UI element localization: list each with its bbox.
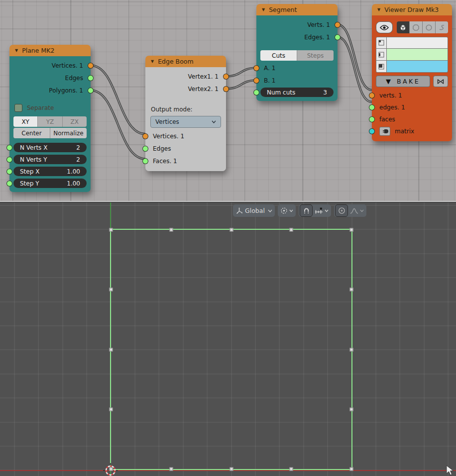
chevron-down-icon (212, 120, 216, 123)
separate-checkbox[interactable] (14, 104, 22, 112)
input-socket[interactable] (253, 90, 259, 95)
node-header[interactable]: ▼ Viewer Draw Mk3 (372, 4, 452, 15)
separate-label: Separate (27, 104, 54, 111)
input-socket[interactable] (142, 158, 148, 164)
magnet-icon (303, 207, 310, 214)
vertex-color-field[interactable] (387, 37, 448, 49)
node-title: Edge Boom (158, 58, 193, 65)
center-button[interactable]: Center (13, 128, 50, 138)
vertex-mode-button[interactable] (376, 37, 387, 49)
vertex-dot (110, 228, 113, 232)
output-socket[interactable] (223, 86, 229, 92)
output-socket[interactable] (88, 63, 94, 69)
nverts-y-row: N Verts Y 2 (13, 155, 87, 164)
edge-mode-button[interactable] (376, 49, 387, 61)
collapse-triangle-icon[interactable]: ▼ (151, 60, 154, 64)
snap-toggle[interactable] (300, 204, 313, 217)
slider-label: Step Y (20, 180, 39, 187)
input-b: B. 1 (256, 74, 338, 87)
tab-cuts[interactable]: Cuts (260, 50, 297, 61)
socket-label: matrix (395, 128, 414, 135)
slider-label: N Verts X (20, 144, 47, 151)
node-segment[interactable]: ▼ Segment Verts. 1 Edges. 1 Cuts Steps (256, 4, 338, 101)
blender-window: ▼ Plane MK2 Vertices. 1 Edges Polygons. … (0, 0, 456, 476)
node-viewer-draw-mk3[interactable]: ▼ Viewer Draw Mk3 (372, 4, 452, 141)
output-socket[interactable] (88, 75, 94, 81)
output-polygons: Polygons. 1 (9, 84, 91, 96)
circle-display-button[interactable] (423, 21, 435, 33)
step-y-row: Step Y 1.00 (13, 179, 87, 188)
bake-button[interactable]: ▼ BAKE (376, 76, 430, 87)
input-socket[interactable] (6, 169, 12, 175)
input-socket[interactable] (6, 157, 12, 163)
input-socket[interactable] (6, 145, 12, 151)
display-mode-group (397, 21, 448, 33)
bake-label: BAKE (397, 78, 420, 85)
collapse-triangle-icon[interactable]: ▼ (377, 8, 380, 12)
curve-icon (438, 24, 446, 31)
cube-icon (399, 24, 407, 31)
face-color-field[interactable] (387, 61, 448, 73)
proportional-falloff-dropdown[interactable] (348, 207, 365, 214)
nverts-y-slider[interactable]: N Verts Y 2 (13, 155, 87, 164)
edge-color-field[interactable] (387, 49, 448, 61)
node-body: Verts. 1 Edges. 1 Cuts Steps A. 1 (256, 15, 338, 101)
output-mode-dropdown[interactable]: Vertices (150, 116, 221, 128)
visibility-toggle[interactable] (376, 21, 393, 33)
ngon-display-button[interactable] (410, 21, 422, 33)
step-x-slider[interactable]: Step X 1.00 (13, 167, 87, 176)
orientation-axes-icon (235, 207, 243, 214)
proportional-edit-toggle[interactable] (335, 204, 348, 217)
matrix-plug-button[interactable] (379, 127, 390, 136)
wire-segment-edges-to-viewer (338, 37, 372, 102)
plug-icon (382, 128, 388, 134)
tab-steps[interactable]: Steps (297, 50, 334, 61)
vertex-dot (350, 468, 353, 471)
axis-tab-group: XY YZ ZX (13, 116, 87, 127)
tab-zx[interactable]: ZX (63, 116, 87, 127)
input-socket[interactable] (369, 128, 375, 134)
viewport-3d[interactable]: Global (0, 202, 456, 476)
node-plane-mk2[interactable]: ▼ Plane MK2 Vertices. 1 Edges Polygons. … (9, 45, 91, 192)
input-socket[interactable] (142, 146, 148, 152)
collapse-triangle-icon[interactable]: ▼ (262, 8, 265, 12)
collapse-triangle-icon[interactable]: ▼ (15, 49, 18, 53)
orientation-dropdown[interactable]: Global (233, 204, 275, 217)
curve-display-button[interactable] (436, 21, 448, 33)
vertex-dot (350, 348, 353, 351)
dropdown-value: Vertices (155, 118, 179, 125)
input-socket[interactable] (253, 78, 259, 84)
tab-yz[interactable]: YZ (38, 116, 62, 127)
vertex-color-row (376, 37, 448, 49)
step-y-slider[interactable]: Step Y 1.00 (13, 179, 87, 188)
nverts-x-slider[interactable]: N Verts X 2 (13, 143, 87, 152)
input-socket[interactable] (369, 116, 375, 122)
input-socket[interactable] (142, 133, 148, 139)
input-socket[interactable] (253, 65, 259, 71)
pivot-point-dropdown[interactable] (278, 204, 296, 217)
slider-label: N Verts Y (20, 156, 47, 163)
output-socket[interactable] (88, 88, 94, 94)
pin-button[interactable] (433, 76, 448, 87)
vertex-dot (290, 228, 293, 232)
output-socket[interactable] (335, 34, 341, 40)
input-socket[interactable] (6, 181, 12, 187)
normalize-button[interactable]: Normalize (50, 128, 87, 138)
input-socket[interactable] (369, 93, 375, 98)
node-header[interactable]: ▼ Segment (256, 4, 338, 15)
cube-display-button[interactable] (397, 21, 409, 33)
input-socket[interactable] (369, 104, 375, 110)
node-edge-boom[interactable]: ▼ Edge Boom Vertex1. 1 Vertex2. 1 Output… (145, 56, 226, 171)
num-cuts-slider[interactable]: Num cuts 3 (260, 88, 334, 97)
node-title: Segment (269, 6, 297, 13)
tab-xy[interactable]: XY (13, 116, 37, 127)
output-socket[interactable] (223, 74, 229, 80)
node-header[interactable]: ▼ Edge Boom (145, 56, 226, 67)
node-header[interactable]: ▼ Plane MK2 (9, 45, 91, 56)
chevron-down-icon (268, 209, 272, 212)
output-socket[interactable] (335, 22, 341, 28)
proportional-edit-group (334, 204, 366, 217)
face-mode-button[interactable] (376, 61, 387, 73)
node-editor[interactable]: ▼ Plane MK2 Vertices. 1 Edges Polygons. … (0, 0, 456, 201)
snap-settings-dropdown[interactable] (313, 207, 330, 214)
